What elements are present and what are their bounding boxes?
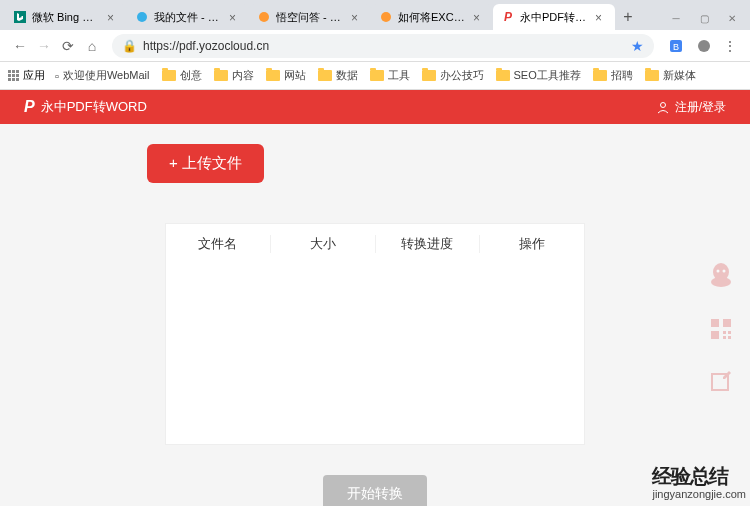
user-icon — [656, 100, 670, 114]
page-icon: ▫ — [55, 70, 59, 82]
apps-icon — [8, 70, 19, 81]
login-button[interactable]: 注册/登录 — [656, 99, 726, 116]
folder-icon — [422, 70, 436, 81]
folder-icon — [496, 70, 510, 81]
folder-icon — [593, 70, 607, 81]
minimize-button[interactable]: ─ — [666, 13, 686, 24]
table-body-empty — [166, 264, 584, 444]
app-title: 永中PDF转WORD — [41, 98, 147, 116]
bookmark-folder[interactable]: 内容 — [214, 68, 254, 83]
qrcode-button[interactable] — [706, 314, 736, 344]
edit-icon — [709, 371, 733, 395]
tab-title: 永中PDF转Word — [520, 10, 591, 25]
tab-title: 悟空问答 - 搜索 — [276, 10, 347, 25]
svg-point-1 — [137, 12, 147, 22]
bookmark-star-icon[interactable]: ★ — [631, 38, 644, 54]
bookmark-folder[interactable]: 数据 — [318, 68, 358, 83]
app-header: P 永中PDF转WORD 注册/登录 — [0, 90, 750, 124]
bookmark-folder[interactable]: 办公技巧 — [422, 68, 484, 83]
bookmark-folder[interactable]: 工具 — [370, 68, 410, 83]
profile-icon[interactable] — [694, 36, 714, 56]
svg-point-11 — [723, 270, 726, 273]
bookmarks-bar: 应用 ▫欢迎使用WebMail 创意 内容 网站 数据 工具 办公技巧 SEO工… — [0, 62, 750, 90]
home-button[interactable]: ⌂ — [80, 34, 104, 58]
bookmark-folder[interactable]: SEO工具推荐 — [496, 68, 581, 83]
logo[interactable]: P 永中PDF转WORD — [24, 98, 147, 116]
svg-rect-16 — [728, 331, 731, 334]
tab-title: 微软 Bing 搜索 - 国 — [32, 10, 103, 25]
bookmark-folder[interactable]: 网站 — [266, 68, 306, 83]
url-input[interactable]: 🔒 https://pdf.yozocloud.cn ★ — [112, 34, 654, 58]
svg-point-9 — [711, 277, 731, 287]
wukong-icon — [379, 10, 393, 24]
menu-button[interactable]: ⋮ — [718, 34, 742, 58]
svg-rect-0 — [14, 11, 26, 23]
url-text: https://pdf.yozocloud.cn — [143, 39, 269, 53]
lock-icon: 🔒 — [122, 39, 137, 53]
bookmark-folder[interactable]: 新媒体 — [645, 68, 696, 83]
folder-icon — [214, 70, 228, 81]
svg-rect-13 — [723, 319, 731, 327]
maximize-button[interactable]: ▢ — [694, 13, 714, 24]
browser-tab[interactable]: 我的文件 - 优云 × — [127, 4, 249, 30]
column-progress: 转换进度 — [376, 235, 481, 253]
watermark: 经验总结 jingyanzongjie.com — [652, 463, 746, 500]
svg-point-7 — [660, 103, 665, 108]
window-controls: ─ ▢ ✕ — [666, 13, 750, 30]
wukong-icon — [257, 10, 271, 24]
browser-tab-active[interactable]: P 永中PDF转Word × — [493, 4, 615, 30]
svg-rect-12 — [711, 319, 719, 327]
forward-button: → — [32, 34, 56, 58]
close-window-button[interactable]: ✕ — [722, 13, 742, 24]
tab-title: 如何将EXCEL转换 — [398, 10, 469, 25]
browser-address-bar: ← → ⟳ ⌂ 🔒 https://pdf.yozocloud.cn ★ B ⋮ — [0, 30, 750, 62]
folder-icon — [645, 70, 659, 81]
svg-rect-17 — [723, 336, 726, 339]
svg-rect-14 — [711, 331, 719, 339]
svg-text:B: B — [673, 42, 679, 52]
folder-icon — [162, 70, 176, 81]
reload-button[interactable]: ⟳ — [56, 34, 80, 58]
browser-tab-bar: 微软 Bing 搜索 - 国 × 我的文件 - 优云 × 悟空问答 - 搜索 ×… — [0, 0, 750, 30]
apps-button[interactable]: 应用 — [8, 68, 45, 83]
qq-icon — [708, 262, 734, 288]
browser-tab[interactable]: 悟空问答 - 搜索 × — [249, 4, 371, 30]
cloud-icon — [135, 10, 149, 24]
extension-icon[interactable]: B — [666, 36, 686, 56]
file-table: 文件名 大小 转换进度 操作 — [165, 223, 585, 445]
close-icon[interactable]: × — [107, 11, 119, 23]
side-float-bar — [706, 260, 736, 398]
bookmark-folder[interactable]: 创意 — [162, 68, 202, 83]
column-size: 大小 — [271, 235, 376, 253]
svg-point-3 — [381, 12, 391, 22]
qrcode-icon — [709, 317, 733, 341]
yozo-icon: P — [501, 10, 515, 24]
folder-icon — [318, 70, 332, 81]
close-icon[interactable]: × — [473, 11, 485, 23]
tab-title: 我的文件 - 优云 — [154, 10, 225, 25]
close-icon[interactable]: × — [595, 11, 607, 23]
browser-tab[interactable]: 如何将EXCEL转换 × — [371, 4, 493, 30]
table-header: 文件名 大小 转换进度 操作 — [166, 224, 584, 264]
svg-point-6 — [698, 40, 710, 52]
qq-contact-button[interactable] — [706, 260, 736, 290]
new-tab-button[interactable]: + — [615, 4, 641, 30]
bookmark-folder[interactable]: 招聘 — [593, 68, 633, 83]
upload-button[interactable]: + 上传文件 — [147, 144, 264, 183]
close-icon[interactable]: × — [229, 11, 241, 23]
feedback-button[interactable] — [706, 368, 736, 398]
folder-icon — [370, 70, 384, 81]
browser-tab[interactable]: 微软 Bing 搜索 - 国 × — [5, 4, 127, 30]
svg-rect-18 — [728, 336, 731, 339]
back-button[interactable]: ← — [8, 34, 32, 58]
bookmark-item[interactable]: ▫欢迎使用WebMail — [55, 68, 150, 83]
bing-icon — [13, 10, 27, 24]
start-convert-button[interactable]: 开始转换 — [323, 475, 427, 506]
close-icon[interactable]: × — [351, 11, 363, 23]
logo-icon: P — [24, 98, 35, 116]
folder-icon — [266, 70, 280, 81]
svg-point-2 — [259, 12, 269, 22]
column-action: 操作 — [480, 235, 584, 253]
main-content: + 上传文件 文件名 大小 转换进度 操作 开始转换 — [0, 124, 750, 506]
svg-point-10 — [717, 270, 720, 273]
